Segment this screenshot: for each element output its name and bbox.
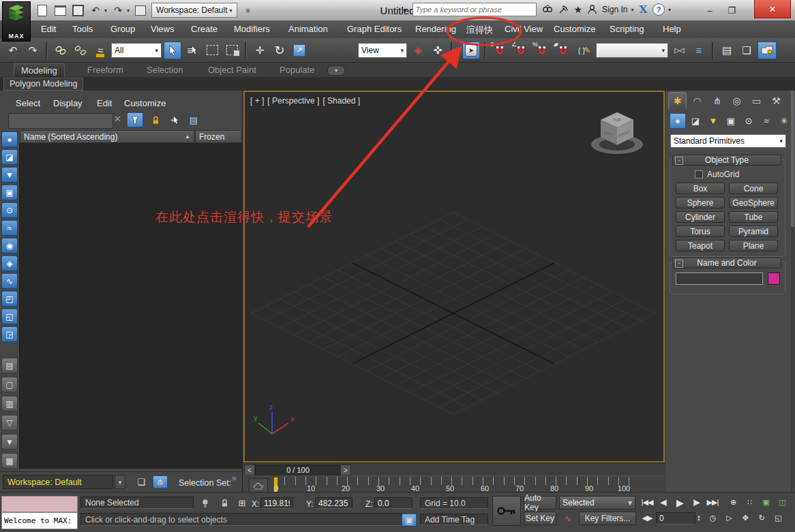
search-input[interactable] (412, 3, 537, 16)
auto-key-button[interactable]: Auto Key (524, 496, 556, 510)
unlink-selection-icon[interactable] (72, 42, 89, 59)
tab-create[interactable]: ✱ (668, 92, 687, 109)
create-plane-button[interactable]: Plane (729, 240, 778, 251)
quick-access-flyout-button[interactable]: ≡ (241, 4, 255, 16)
explorer-search-clear-icon[interactable]: ✕ (114, 114, 121, 124)
scene-explorer-toggle-button[interactable]: ⋔ (153, 475, 168, 488)
create-sphere-button[interactable]: Sphere (676, 197, 725, 208)
object-color-swatch[interactable] (768, 272, 780, 285)
help-caret-icon[interactable]: ▾ (668, 7, 671, 13)
menu-tools[interactable]: Tools (72, 24, 93, 34)
window-crossing-toggle[interactable] (223, 42, 241, 59)
key-mode-toggle[interactable]: ◀▶ (640, 512, 655, 525)
filter-groups-toggle[interactable]: ◉ (1, 238, 18, 253)
reference-coordinate-dropdown[interactable]: View ▾ (358, 43, 407, 58)
ribbon-tab-object-paint[interactable]: Object Paint (201, 63, 263, 77)
perspective-viewport[interactable]: [ + ] [ Perspective ] [ Shaded ] TOP LEF… (243, 91, 665, 463)
name-color-rollout-header[interactable]: - Name and Color (672, 257, 781, 268)
bind-to-spacewarp-icon[interactable]: ≈ (91, 42, 109, 59)
create-cameras-button[interactable]: ▣ (723, 113, 739, 129)
create-tube-button[interactable]: Tube (729, 211, 778, 223)
go-to-end-button[interactable]: ▶▶| (705, 496, 720, 509)
tab-motion[interactable]: ◎ (728, 92, 746, 109)
undo-flyout-caret[interactable]: ▾ (104, 7, 107, 14)
filter-shapes-toggle[interactable]: ◪ (1, 149, 18, 165)
angle-snap-toggle[interactable]: ∠ (511, 42, 530, 59)
explorer-tool-steps[interactable]: ▦ (1, 453, 18, 469)
z-coordinate-field[interactable] (374, 497, 412, 509)
play-button[interactable]: ▶ (672, 496, 687, 509)
mini-curve-editor-button[interactable] (249, 478, 268, 493)
x-coordinate-field[interactable] (260, 497, 293, 509)
menu-views[interactable]: Views (151, 24, 174, 34)
ribbon-tab-modeling[interactable]: Modeling (14, 63, 65, 77)
ribbon-tab-populate[interactable]: Populate (273, 63, 321, 77)
command-panel-scrollbar[interactable] (791, 91, 794, 492)
select-by-name-button[interactable]: ≡ (183, 42, 201, 59)
explorer-menu-edit[interactable]: Edit (97, 98, 112, 108)
render-setup-button[interactable] (758, 42, 777, 59)
key-filters-button[interactable]: Key Filters... (579, 512, 636, 525)
menu-rendering[interactable]: Rendering (415, 24, 456, 34)
help-icon[interactable]: ? (652, 3, 665, 16)
filter-bones-toggle[interactable]: ∿ (1, 273, 18, 289)
go-to-start-button[interactable]: |◀◀ (640, 496, 655, 509)
new-scene-button[interactable] (35, 4, 49, 16)
use-pivot-center-button[interactable]: ◈ (409, 42, 427, 59)
menu-modifiers[interactable]: Modifiers (234, 24, 270, 34)
mirror-button[interactable]: ▷◁ (670, 42, 688, 59)
align-button[interactable]: ≡ (690, 42, 708, 59)
explorer-menu-display[interactable]: Display (53, 98, 82, 108)
menu-edit[interactable]: Edit (41, 24, 56, 34)
percent-snap-toggle[interactable]: % (532, 42, 552, 59)
open-file-button[interactable] (53, 4, 67, 16)
select-object-button[interactable] (164, 42, 181, 59)
orbit-button[interactable]: ↻ (754, 512, 769, 525)
favorites-star-icon[interactable]: ★ (574, 4, 583, 15)
ribbon-tab-freeform[interactable]: Freeform (80, 63, 130, 77)
create-geosphere-button[interactable]: GeoSphere (729, 197, 778, 208)
snaps-toggle-3d[interactable]: 3 (490, 42, 509, 59)
explorer-tool-funnel-pick[interactable]: ▼ (1, 434, 18, 450)
previous-frame-button[interactable]: < (244, 465, 255, 475)
redo-scene-button[interactable]: ↷ (24, 42, 42, 59)
create-helpers-button[interactable]: ⊙ (740, 113, 757, 129)
project-folder-button[interactable] (134, 4, 147, 16)
zoom-region-button[interactable]: ⊕ (725, 496, 740, 509)
y-coordinate-field[interactable] (315, 497, 352, 509)
select-and-manipulate-button[interactable]: ✜ (429, 42, 447, 59)
keyboard-shortcut-override-toggle[interactable]: ➤ (462, 42, 480, 59)
communication-center-icon[interactable] (558, 5, 569, 14)
create-shapes-button[interactable]: ◪ (687, 113, 704, 129)
create-cylinder-button[interactable]: Cylinder (676, 211, 725, 223)
column-header-name[interactable]: Name (Sorted Ascending) ▲ (20, 130, 194, 143)
explorer-select-children-button[interactable]: ▤ (185, 112, 202, 127)
set-keys-button[interactable] (492, 496, 521, 526)
menu-create[interactable]: Create (191, 24, 217, 34)
pan-view-button[interactable]: ✥ (738, 512, 753, 525)
viewport-shading-menu[interactable]: [ Shaded ] (322, 96, 360, 106)
explorer-tool-funnel[interactable]: ▽ (1, 415, 18, 431)
create-geometry-button[interactable]: ● (670, 113, 686, 129)
select-and-move-button[interactable]: ✛ (251, 42, 269, 59)
menu-scripting[interactable]: Scripting (610, 24, 644, 34)
workspace-dropdown[interactable]: Workspace: Default ▾ (151, 3, 237, 18)
create-spacewarps-button[interactable]: ≈ (758, 113, 775, 129)
next-frame-button[interactable]: > (340, 465, 351, 475)
ribbon-toggle-button[interactable]: ❏ (738, 42, 755, 59)
filter-lights-toggle[interactable]: ▼ (1, 167, 18, 183)
zoom-extents-button[interactable]: ▣ (758, 496, 773, 509)
redo-button[interactable]: ↷ (111, 4, 125, 16)
select-and-link-icon[interactable] (52, 42, 70, 59)
time-slider-handle[interactable]: 0 / 100 (255, 465, 341, 475)
default-tangent-button[interactable]: ∿ (560, 512, 575, 525)
sign-in-caret-icon[interactable]: ▾ (631, 7, 633, 13)
explorer-tool-page[interactable]: ▢ (1, 377, 18, 392)
explorer-menu-customize[interactable]: Customize (124, 98, 166, 108)
create-systems-button[interactable]: ✳ (776, 113, 792, 129)
create-lights-button[interactable]: ▼ (705, 113, 721, 129)
close-button[interactable]: ✕ (754, 0, 791, 18)
filter-containers-toggle[interactable]: ◰ (1, 291, 18, 307)
menu-civil-view[interactable]: Civil View (505, 24, 543, 34)
undo-scene-button[interactable]: ↶ (4, 42, 22, 59)
